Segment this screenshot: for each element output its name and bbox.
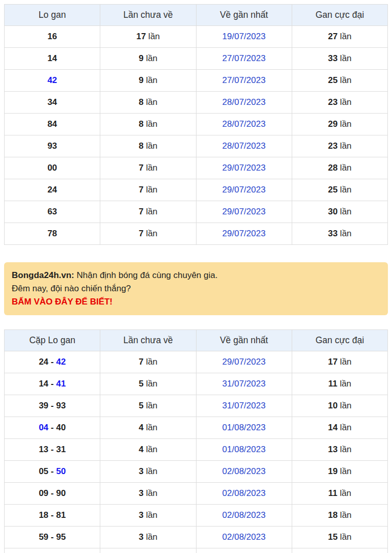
unit-label: lần xyxy=(340,466,352,476)
date-link[interactable]: 28/07/2023 xyxy=(222,141,266,151)
gan-cuc-dai-cell: 11 lần xyxy=(292,483,387,505)
unit-label: lần xyxy=(146,229,158,238)
ve-gan-nhat-cell: 01/08/2023 xyxy=(196,439,292,461)
table-row: 24 - 427 lần29/07/202317 lần xyxy=(5,351,388,373)
unit-label: lần xyxy=(340,532,352,542)
unit-label: lần xyxy=(340,141,352,151)
pair-number-a: 05 xyxy=(39,466,48,476)
header-row: Cặp Lo gan Lần chưa về Về gần nhất Gan c… xyxy=(5,330,388,351)
table-row: 13 - 314 lần01/08/202313 lần xyxy=(5,439,388,461)
lan-chua-ve-cell: 8 lần xyxy=(100,92,196,114)
lo-gan-cell: 14 xyxy=(5,48,100,70)
table-row: 787 lần29/07/202333 lần xyxy=(5,223,388,245)
times-value: 7 xyxy=(138,185,143,195)
date-link[interactable]: 29/07/2023 xyxy=(222,229,266,238)
date-link[interactable]: 19/07/2023 xyxy=(222,32,266,41)
ve-gan-nhat-cell: 29/07/2023 xyxy=(196,157,292,179)
times-value: 9 xyxy=(138,53,143,63)
ve-gan-nhat-cell: 02/08/2023 xyxy=(196,505,292,527)
unit-label: lần xyxy=(340,207,352,216)
unit-label: lần xyxy=(340,357,352,367)
max-value: 23 xyxy=(328,141,338,151)
date-link[interactable]: 29/07/2023 xyxy=(222,163,266,173)
col-header-lan-chua-ve: Lần chưa về xyxy=(100,5,196,26)
pair-number-b[interactable]: 41 xyxy=(56,379,66,389)
promo-line-1: Bongda24h.vn: Nhận định bóng đá cùng chu… xyxy=(12,269,380,282)
lan-chua-ve-cell: 7 lần xyxy=(100,351,196,373)
cap-lo-gan-table-body: 24 - 427 lần29/07/202317 lần14 - 415 lần… xyxy=(5,351,388,553)
gan-cuc-dai-cell: 28 lần xyxy=(292,157,387,179)
gan-cuc-dai-cell: 30 lần xyxy=(292,201,387,223)
date-link[interactable]: 27/07/2023 xyxy=(222,53,266,63)
max-value: 33 xyxy=(328,53,338,63)
lan-chua-ve-cell: 2 lần xyxy=(100,548,196,553)
unit-label: lần xyxy=(146,401,158,410)
unit-label: lần xyxy=(146,207,158,216)
lo-gan-number[interactable]: 42 xyxy=(47,75,57,85)
gan-cuc-dai-cell: 23 lần xyxy=(292,92,387,114)
table-row: 39 - 935 lần31/07/202310 lần xyxy=(5,395,388,417)
pair-number-a[interactable]: 04 xyxy=(39,423,48,432)
col-header-gan-cuc-dai: Gan cực đại xyxy=(292,330,387,351)
unit-label: lần xyxy=(340,163,352,173)
date-link[interactable]: 02/08/2023 xyxy=(222,488,266,498)
unit-label: lần xyxy=(340,229,352,238)
gan-cuc-dai-cell: 10 lần xyxy=(292,395,387,417)
pair-number-a: 59 xyxy=(39,532,48,542)
pair-number-b[interactable]: 42 xyxy=(56,357,66,367)
cap-lo-gan-cell: 04 - 40 xyxy=(5,417,100,439)
pair-number-b[interactable]: 50 xyxy=(56,466,66,476)
unit-label: lần xyxy=(340,97,352,107)
date-link[interactable]: 31/07/2023 xyxy=(222,379,266,389)
date-link[interactable]: 01/08/2023 xyxy=(222,445,266,454)
gan-cuc-dai-cell: 17 lần xyxy=(292,351,387,373)
date-link[interactable]: 29/07/2023 xyxy=(222,207,266,216)
unit-label: lần xyxy=(146,423,158,432)
max-value: 14 xyxy=(328,423,338,432)
lo-gan-number: 24 xyxy=(47,185,57,195)
unit-label: lần xyxy=(340,185,352,195)
times-value: 4 xyxy=(138,423,143,432)
table-row: 637 lần29/07/202330 lần xyxy=(5,201,388,223)
lo-gan-cell: 93 xyxy=(5,135,100,157)
lan-chua-ve-cell: 8 lần xyxy=(100,114,196,135)
lo-gan-cell: 24 xyxy=(5,179,100,201)
lan-chua-ve-cell: 3 lần xyxy=(100,483,196,505)
gan-cuc-dai-cell: 33 lần xyxy=(292,223,387,245)
promo-line-2: Đêm nay, đội nào chiến thắng? xyxy=(12,282,380,295)
lan-chua-ve-cell: 7 lần xyxy=(100,201,196,223)
lan-chua-ve-cell: 9 lần xyxy=(100,70,196,92)
date-link[interactable]: 29/07/2023 xyxy=(222,357,266,367)
col-header-lo-gan: Lo gan xyxy=(5,5,100,26)
cap-lo-gan-table-head: Cặp Lo gan Lần chưa về Về gần nhất Gan c… xyxy=(5,330,388,351)
unit-label: lần xyxy=(340,379,351,389)
lo-gan-number: 84 xyxy=(47,119,57,129)
pair-number-a: 14 xyxy=(39,379,48,389)
date-link[interactable]: 02/08/2023 xyxy=(222,510,266,520)
unit-label: lần xyxy=(340,75,352,85)
date-link[interactable]: 02/08/2023 xyxy=(222,532,266,542)
date-link[interactable]: 29/07/2023 xyxy=(222,185,266,195)
date-link[interactable]: 28/07/2023 xyxy=(222,119,266,129)
unit-label: lần xyxy=(146,53,158,63)
max-value: 30 xyxy=(328,207,338,216)
date-link[interactable]: 01/08/2023 xyxy=(222,423,266,432)
lo-gan-number: 00 xyxy=(47,163,57,173)
max-value: 19 xyxy=(328,466,338,476)
date-link[interactable]: 31/07/2023 xyxy=(222,401,266,410)
times-value: 5 xyxy=(138,401,143,410)
promo-cta-link[interactable]: BẤM VÀO ĐÂY ĐỂ BIẾT! xyxy=(12,295,113,309)
date-link[interactable]: 28/07/2023 xyxy=(222,97,266,107)
pair-separator: - xyxy=(48,357,56,367)
unit-label: lần xyxy=(340,423,352,432)
unit-label: lần xyxy=(340,445,352,454)
unit-label: lần xyxy=(146,141,158,151)
max-value: 29 xyxy=(328,119,338,129)
cap-lo-gan-table: Cặp Lo gan Lần chưa về Về gần nhất Gan c… xyxy=(4,329,388,553)
table-row: 05 - 503 lần02/08/202319 lần xyxy=(5,461,388,483)
header-row: Lo gan Lần chưa về Về gần nhất Gan cực đ… xyxy=(5,5,388,26)
date-link[interactable]: 02/08/2023 xyxy=(222,466,266,476)
ve-gan-nhat-cell: 19/07/2023 xyxy=(196,26,292,48)
lo-gan-number: 78 xyxy=(47,229,57,238)
date-link[interactable]: 27/07/2023 xyxy=(222,75,266,85)
